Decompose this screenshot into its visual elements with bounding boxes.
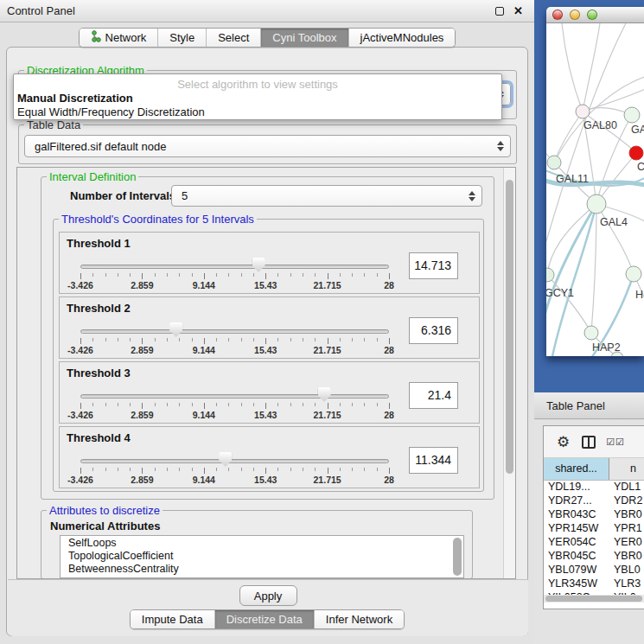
table-row[interactable]: YDR27...YDR2 — [544, 494, 644, 508]
tab-infer-network[interactable]: Infer Network — [314, 610, 404, 628]
slider-tick-labels: -3.4262.8599.14415.4321.71528 — [60, 345, 479, 355]
threshold-2-value-field[interactable]: 6.316 — [409, 317, 458, 344]
network-node-selected-red[interactable] — [629, 146, 643, 160]
network-node-gal11[interactable] — [547, 156, 561, 169]
table-data-combobox-value: galFiltered.sif default node — [35, 140, 166, 153]
slider-tick-label: 28 — [384, 345, 394, 355]
table-container: ⚙ ☑☑ shared... n YDL19...YDL1YDR27...YDR… — [543, 425, 644, 609]
network-edge — [583, 23, 600, 112]
slider-tick-label: 9.144 — [193, 475, 215, 485]
threshold-4-label: Threshold 4 — [67, 431, 131, 444]
network-node-label: C — [637, 161, 644, 173]
threshold-3-slider-handle[interactable] — [318, 387, 331, 402]
table-row[interactable]: YPR145WYPR1 — [544, 522, 644, 536]
network-canvas-svg: GAL80GACGAL11GAL4GCY1HHAP2 — [546, 23, 644, 356]
table-row[interactable]: YER054CYER0 — [544, 536, 644, 550]
control-panel: Control Panel ✕ — [0, 0, 534, 644]
slider-tick-label: -3.426 — [67, 345, 93, 355]
gear-icon[interactable]: ⚙ — [557, 435, 570, 450]
slider-tick-label: 2.859 — [131, 475, 153, 485]
scrollbar-thumb[interactable] — [545, 596, 642, 602]
mac-maximize-icon[interactable] — [587, 10, 597, 20]
table-row[interactable]: YBR045CYBR0 — [544, 550, 644, 564]
slider-tick-label: 28 — [384, 475, 394, 485]
network-node-right-h[interactable] — [626, 266, 641, 282]
network-node-top-right[interactable] — [624, 107, 640, 123]
table-panel-title: Table Panel — [546, 399, 605, 412]
table-data-combobox[interactable]: galFiltered.sif default node — [24, 135, 511, 157]
tab-cyni-toolbox[interactable]: Cyni Toolbox — [260, 29, 348, 47]
slider-tick-label: 15.43 — [254, 280, 277, 290]
algorithm-option-equal-width[interactable]: Equal Width/Frequency Discretization — [14, 105, 501, 118]
network-node-label: H — [635, 289, 643, 301]
number-of-intervals-combobox[interactable]: 5 — [171, 185, 482, 207]
close-icon[interactable]: ✕ — [513, 7, 523, 16]
algorithm-option-manual[interactable]: Manual Discretization — [14, 91, 501, 105]
network-canvas[interactable]: GAL80GACGAL11GAL4GCY1HHAP2 — [546, 23, 644, 356]
table-row[interactable]: YDL19...YDL1 — [544, 481, 644, 494]
threshold-1-panel: Threshold 1 -3.4262.8599.14415.4321.7152… — [59, 232, 480, 294]
attributes-group-title: Attributes to discretize — [47, 504, 163, 517]
slider-tick-label: 21.715 — [314, 475, 341, 485]
threshold-4-slider-handle[interactable] — [219, 452, 232, 467]
threshold-1-value-field[interactable]: 14.713 — [409, 252, 458, 279]
network-node-gal4[interactable] — [587, 194, 606, 214]
network-node-label: HAP2 — [592, 341, 621, 354]
network-window-titlebar[interactable] — [546, 7, 644, 23]
tab-discretize-data[interactable]: Discretize Data — [214, 610, 314, 628]
threshold-1-slider-handle[interactable] — [252, 258, 265, 272]
network-node-label: GAL4 — [600, 216, 628, 228]
attribute-item[interactable]: TopologicalCoefficient — [61, 549, 463, 562]
slider-tick-label: 9.144 — [193, 280, 215, 290]
tab-impute-data[interactable]: Impute Data — [131, 610, 214, 628]
panel-title: Control Panel — [7, 4, 495, 17]
network-desktop-area: GAL80GACGAL11GAL4GCY1HHAP2 — [534, 0, 644, 392]
network-node-hap2[interactable] — [584, 326, 598, 340]
network-node-label: GCY1 — [546, 287, 574, 299]
tab-style[interactable]: Style — [157, 29, 206, 47]
network-node-gcy1[interactable] — [546, 268, 554, 282]
interval-definition-group: Interval Definition Number of Intervals … — [41, 176, 494, 500]
numerical-attributes-list[interactable]: SelfLoopsTopologicalCoefficientBetweenne… — [60, 535, 464, 578]
threshold-2-slider-handle[interactable] — [169, 322, 182, 337]
table-header-row: shared... n — [544, 458, 644, 481]
list-scrollbar-thumb[interactable] — [453, 538, 462, 576]
table-row[interactable]: YBR043CYBR0 — [544, 508, 644, 522]
apply-button[interactable]: Apply — [239, 585, 297, 606]
slider-tick-label: 9.144 — [193, 345, 215, 355]
table-row[interactable]: YBL079WYBL0 — [544, 564, 644, 577]
attributes-group: Attributes to discretize Numerical Attri… — [41, 510, 473, 579]
slider-tick-label: 21.715 — [314, 345, 341, 355]
mac-minimize-icon[interactable] — [570, 10, 580, 20]
settings-vertical-scrollbar[interactable] — [503, 168, 515, 578]
column-header-shared[interactable]: shared... — [544, 458, 609, 480]
attribute-item[interactable]: BetweennessCentrality — [61, 562, 463, 575]
mac-close-icon[interactable] — [552, 10, 563, 20]
attribute-item[interactable]: SelfLoops — [61, 536, 463, 549]
threshold-2-panel: Threshold 2 -3.4262.8599.14415.4321.7152… — [59, 296, 480, 359]
column-header-name[interactable]: n — [609, 458, 644, 480]
network-view-window: GAL80GACGAL11GAL4GCY1HHAP2 — [546, 7, 644, 356]
threshold-1-slider-track[interactable] — [80, 265, 389, 269]
threshold-4-slider-track[interactable] — [80, 459, 389, 463]
select-checkboxes-icon[interactable]: ☑☑ — [606, 437, 625, 448]
tab-jactivemnodules[interactable]: jActiveMNodules — [348, 29, 456, 47]
table-horizontal-scrollbar[interactable] — [544, 595, 644, 603]
float-window-icon[interactable] — [495, 7, 504, 16]
slider-tick-label: 2.859 — [131, 345, 153, 355]
table-row[interactable]: YLR345WYLR3 — [544, 577, 644, 591]
threshold-3-value-field[interactable]: 21.4 — [409, 382, 458, 409]
threshold-2-slider-track[interactable] — [80, 329, 389, 334]
columns-icon[interactable] — [582, 436, 596, 449]
combo-stepper-icon — [469, 186, 475, 206]
tab-network[interactable]: Network — [80, 29, 158, 47]
slider-tick-labels: -3.4262.8599.14415.4321.71528 — [60, 410, 479, 420]
scrollbar-thumb[interactable] — [506, 180, 513, 474]
network-node-gal80[interactable] — [576, 105, 590, 118]
threshold-3-slider-track[interactable] — [80, 394, 389, 399]
interval-definition-title: Interval Definition — [47, 170, 138, 183]
slider-tick-label: -3.426 — [67, 280, 93, 290]
right-panel: GAL80GACGAL11GAL4GCY1HHAP2 Table Panel ⚙… — [534, 0, 644, 644]
tab-select[interactable]: Select — [206, 29, 260, 47]
threshold-4-value-field[interactable]: 11.344 — [409, 447, 458, 474]
